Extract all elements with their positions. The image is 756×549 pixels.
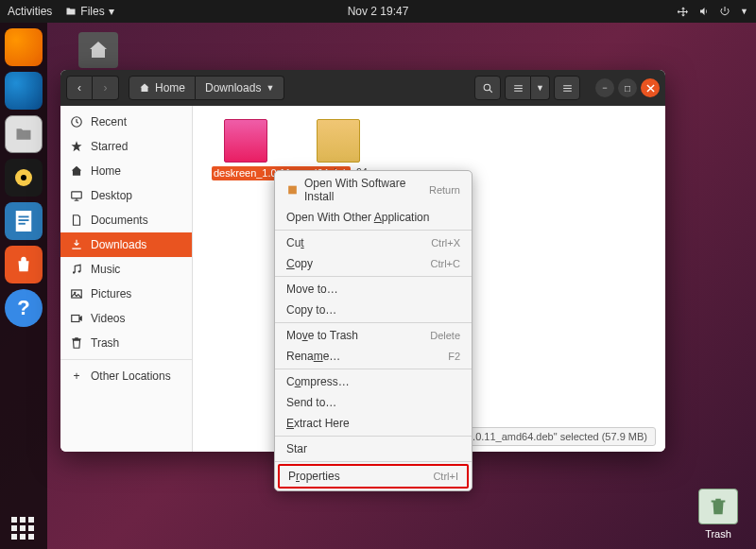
minimize-button[interactable]: －	[595, 78, 614, 97]
package-icon	[224, 119, 267, 163]
package-icon	[286, 183, 299, 197]
dock-firefox[interactable]	[5, 28, 43, 66]
search-button[interactable]	[474, 76, 501, 100]
svg-point-1	[21, 175, 26, 180]
document-icon	[13, 209, 34, 233]
sidebar-item-other-locations[interactable]: +Other Locations	[60, 364, 192, 388]
sidebar: Recent Starred Home Desktop Documents Do…	[60, 106, 193, 452]
ctx-shortcut: Delete	[430, 330, 460, 341]
dock: ?	[0, 23, 47, 549]
sidebar-item-label: Pictures	[91, 287, 131, 300]
trash-icon	[708, 494, 729, 519]
sidebar-item-label: Recent	[91, 115, 127, 129]
ctx-label: Copy to…	[286, 303, 336, 317]
ctx-properties[interactable]: PropertiesCtrl+I	[280, 466, 467, 487]
ctx-extract-here[interactable]: Extract Here	[275, 413, 472, 434]
sidebar-item-trash[interactable]: Trash	[60, 331, 192, 355]
ctx-shortcut: Ctrl+X	[431, 237, 460, 249]
dock-files[interactable]	[5, 115, 43, 153]
menu-icon	[561, 82, 574, 94]
path-label: Downloads	[205, 81, 261, 94]
appmenu-label: Files	[80, 5, 104, 18]
sidebar-item-pictures[interactable]: Pictures	[60, 282, 192, 306]
ctx-label: Move to…	[286, 283, 338, 296]
ctx-label: Properties	[288, 470, 340, 483]
ctx-label: Open With Software Install	[304, 177, 429, 203]
chevron-down-icon: ▾	[109, 5, 114, 18]
sidebar-item-home[interactable]: Home	[60, 159, 192, 183]
path-label: Home	[155, 81, 185, 94]
sidebar-item-downloads[interactable]: Downloads	[60, 232, 192, 257]
ctx-open-other[interactable]: Open With Other Application	[275, 207, 472, 228]
dock-libreoffice[interactable]	[5, 202, 43, 240]
dock-software[interactable]	[5, 246, 43, 283]
close-icon	[646, 84, 655, 93]
ctx-move-trash[interactable]: Move to TrashDelete	[275, 325, 472, 346]
sidebar-item-label: Music	[91, 263, 120, 276]
ctx-copy[interactable]: CopyCtrl+C	[275, 253, 472, 274]
ctx-label: Move to Trash	[286, 329, 358, 342]
sidebar-item-recent[interactable]: Recent	[60, 110, 192, 134]
forward-button[interactable]: ›	[93, 76, 119, 100]
path-home[interactable]: Home	[129, 76, 196, 100]
svg-point-10	[78, 270, 80, 272]
ctx-send-to[interactable]: Send to…	[275, 392, 472, 413]
back-button[interactable]: ‹	[66, 76, 93, 100]
pathbar: Home Downloads ▼	[129, 76, 284, 100]
maximize-button[interactable]: □	[618, 78, 637, 97]
sidebar-item-label: Videos	[91, 312, 125, 325]
disc-icon	[12, 166, 35, 189]
dock-rhythmbox[interactable]	[5, 159, 43, 197]
desktop-trash[interactable]: Trash	[690, 489, 747, 540]
folder-icon	[12, 125, 35, 144]
ctx-compress[interactable]: Compress…	[275, 371, 472, 392]
ctx-shortcut: F2	[448, 351, 460, 362]
path-downloads[interactable]: Downloads ▼	[196, 76, 284, 100]
svg-rect-13	[72, 316, 79, 322]
dock-help[interactable]: ?	[5, 289, 43, 327]
svg-point-9	[73, 271, 75, 273]
ctx-star[interactable]: Star	[275, 438, 472, 459]
sidebar-item-desktop[interactable]: Desktop	[60, 183, 192, 208]
home-icon	[139, 82, 150, 94]
power-icon[interactable]	[719, 6, 730, 17]
network-icon[interactable]	[678, 6, 689, 17]
svg-rect-4	[19, 219, 29, 221]
sidebar-item-music[interactable]: Music	[60, 257, 192, 282]
ctx-cut[interactable]: CutCtrl+X	[275, 232, 472, 253]
archive-icon	[317, 119, 360, 163]
ctx-label: Rename…	[286, 350, 340, 363]
desktop-icon-label: Trash	[705, 528, 731, 540]
ctx-open-software-install[interactable]: Open With Software Install Return	[275, 173, 472, 207]
chevron-down-icon[interactable]: ▼	[740, 7, 748, 16]
sidebar-item-starred[interactable]: Starred	[60, 134, 192, 159]
hamburger-menu[interactable]	[554, 76, 580, 100]
highlight-annotation: PropertiesCtrl+I	[278, 464, 469, 489]
appmenu-files[interactable]: Files ▾	[65, 5, 113, 18]
bag-icon	[13, 254, 34, 275]
folder-icon	[65, 6, 77, 17]
volume-icon[interactable]	[698, 6, 710, 17]
sidebar-item-label: Starred	[91, 140, 128, 153]
activities-button[interactable]: Activities	[8, 5, 52, 18]
home-folder-icon	[85, 39, 112, 61]
close-button[interactable]	[641, 78, 660, 97]
ctx-copy-to[interactable]: Copy to…	[275, 300, 472, 320]
sidebar-item-videos[interactable]: Videos	[60, 306, 192, 331]
view-dropdown[interactable]: ▼	[531, 76, 550, 100]
sidebar-item-label: Desktop	[91, 189, 132, 202]
clock[interactable]: Nov 2 19:47	[348, 5, 409, 18]
dock-thunderbird[interactable]	[5, 72, 43, 110]
context-menu: Open With Software Install Return Open W…	[274, 170, 472, 491]
ctx-rename[interactable]: Rename…F2	[275, 346, 472, 367]
list-icon	[512, 82, 524, 94]
ctx-shortcut: Ctrl+C	[431, 258, 460, 269]
ctx-label: Cut	[286, 236, 304, 249]
sidebar-item-documents[interactable]: Documents	[60, 208, 192, 232]
show-applications[interactable]	[11, 517, 34, 540]
file-item[interactable]: deskreen_1.0.11_amd64.deb	[212, 119, 280, 189]
sidebar-item-label: Downloads	[91, 238, 146, 251]
ctx-move-to[interactable]: Move to…	[275, 279, 472, 300]
view-list-button[interactable]	[505, 76, 531, 100]
ctx-label: Open With Other Application	[286, 211, 429, 224]
